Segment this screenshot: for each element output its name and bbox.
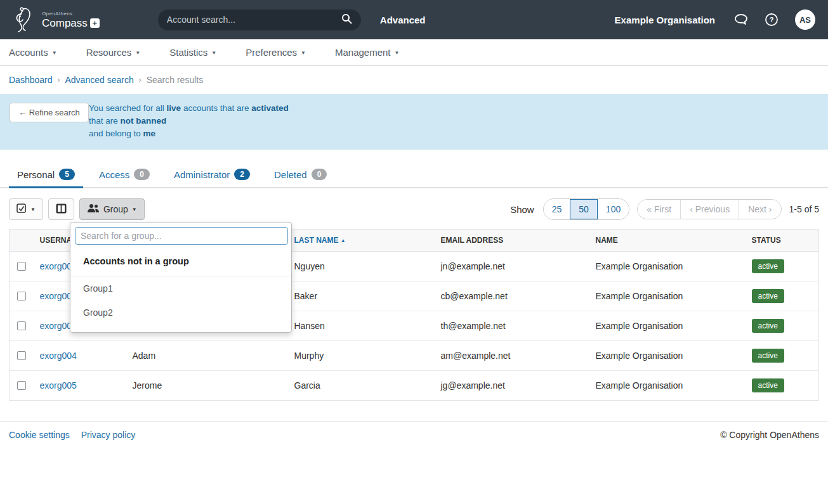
next-page-button[interactable]: Next › [739, 200, 780, 219]
page-size-100[interactable]: 100 [598, 199, 629, 219]
results-toolbar: ▼ Group ▼ Show 25 50 100 [9, 198, 819, 220]
owl-logo-icon [13, 6, 37, 34]
last-name-cell: Hansen [289, 311, 436, 341]
count-badge: 0 [134, 169, 150, 180]
back-arrow-icon: ← [18, 108, 27, 117]
organisation-name: Example Organisation [615, 15, 715, 25]
brand-compass: Compass [42, 18, 88, 29]
header-checkbox-col [10, 229, 35, 252]
col-name[interactable]: NAME [591, 229, 747, 252]
openathens-logo[interactable]: OpenAthens Compass + [13, 6, 100, 34]
user-avatar[interactable]: AS [795, 10, 815, 30]
sort-asc-icon: ▲ [341, 238, 346, 243]
breadcrumb: Dashboard › Advanced search › Search res… [0, 66, 828, 94]
privacy-policy-link[interactable]: Privacy policy [81, 430, 136, 440]
next-page-icon: › [769, 204, 772, 214]
count-badge: 2 [234, 169, 250, 180]
username-link[interactable]: exorg004 [40, 351, 77, 361]
search-icon[interactable] [341, 13, 352, 27]
email-cell: th@example.net [436, 311, 591, 341]
chevron-down-icon: ▼ [132, 207, 137, 212]
nav-preferences[interactable]: Preferences ▼ [246, 47, 306, 58]
status-badge: active [752, 259, 784, 273]
status-badge: active [752, 289, 784, 303]
nav-accounts[interactable]: Accounts ▼ [9, 47, 57, 58]
nav-resources[interactable]: Resources ▼ [86, 47, 141, 58]
show-label: Show [510, 204, 534, 215]
col-email[interactable]: EMAIL ADDRESS [436, 229, 591, 252]
checkbox-check-icon [16, 204, 27, 216]
count-badge: 5 [59, 169, 75, 180]
last-name-cell: Nguyen [289, 252, 436, 281]
tab-administrator[interactable]: Administrator 2 [166, 164, 258, 187]
tab-access[interactable]: Access 0 [91, 164, 158, 187]
last-name-cell: Baker [289, 281, 436, 311]
chevron-down-icon: ▼ [395, 51, 400, 56]
nav-management[interactable]: Management ▼ [335, 47, 399, 58]
group-item[interactable]: Group1 [70, 276, 291, 300]
result-tabs: Personal 5 Access 0 Administrator 2 Dele… [0, 164, 828, 188]
status-badge: active [752, 319, 784, 333]
group-filter-button[interactable]: Group ▼ [79, 198, 145, 220]
first-page-icon: « [647, 204, 652, 214]
account-search-bar [158, 10, 361, 30]
copyright-text: © Copyright OpenAthens [720, 430, 819, 440]
svg-text:?: ? [770, 16, 774, 23]
row-checkbox[interactable] [17, 262, 26, 271]
group-item[interactable]: Group2 [70, 300, 291, 325]
chevron-down-icon: ▼ [52, 51, 57, 56]
email-cell: am@example.net [436, 341, 591, 371]
chat-icon[interactable] [734, 13, 748, 26]
breadcrumb-current: Search results [147, 75, 203, 85]
result-range: 1-5 of 5 [789, 204, 819, 214]
breadcrumb-dashboard[interactable]: Dashboard [9, 75, 53, 85]
email-cell: jg@example.net [436, 371, 591, 401]
row-checkbox[interactable] [17, 351, 26, 360]
status-badge: active [752, 349, 784, 363]
org-cell: Example Organisation [591, 281, 747, 311]
org-cell: Example Organisation [591, 341, 747, 371]
row-checkbox[interactable] [17, 292, 26, 300]
chevron-down-icon: ▼ [30, 207, 36, 212]
group-people-icon [87, 204, 100, 215]
breadcrumb-advanced-search[interactable]: Advanced search [65, 75, 134, 85]
select-all-dropdown-button[interactable]: ▼ [9, 198, 43, 220]
compass-plus-icon: + [90, 18, 100, 28]
columns-icon [56, 204, 67, 216]
app-header: OpenAthens Compass + Advanced Example Or… [0, 0, 828, 39]
last-name-cell: Murphy [289, 341, 436, 371]
pager-group: « First ‹ Previous Next › [637, 199, 781, 219]
row-checkbox[interactable] [17, 321, 26, 330]
account-search-input[interactable] [167, 15, 341, 25]
tab-personal[interactable]: Personal 5 [9, 164, 83, 188]
page-size-25[interactable]: 25 [544, 199, 570, 219]
main-nav: Accounts ▼ Resources ▼ Statistics ▼ Pref… [0, 39, 828, 66]
page-size-50[interactable]: 50 [570, 199, 598, 219]
chevron-down-icon: ▼ [211, 51, 216, 56]
col-status[interactable]: STATUS [747, 229, 819, 252]
org-cell: Example Organisation [591, 311, 747, 341]
help-icon[interactable]: ? [765, 13, 779, 27]
group-dropdown-panel: Accounts not in a group Group1 Group2 [70, 222, 292, 333]
columns-button[interactable] [48, 198, 74, 220]
nav-statistics[interactable]: Statistics ▼ [169, 47, 216, 58]
tab-deleted[interactable]: Deleted 0 [266, 164, 335, 187]
col-last-name[interactable]: LAST NAME ▲ [289, 229, 436, 252]
chevron-down-icon: ▼ [135, 51, 140, 56]
breadcrumb-separator: › [139, 75, 141, 84]
cookie-settings-link[interactable]: Cookie settings [9, 430, 70, 440]
refine-search-button[interactable]: ← Refine search [10, 103, 89, 122]
first-name-cell: Jerome [128, 371, 289, 401]
first-name-cell: Adam [128, 341, 289, 371]
group-search-input[interactable] [75, 227, 288, 245]
first-page-button[interactable]: « First [638, 200, 680, 219]
advanced-search-link[interactable]: Advanced [380, 15, 426, 25]
previous-page-button[interactable]: ‹ Previous [680, 200, 739, 219]
group-item-no-group[interactable]: Accounts not in a group [70, 249, 291, 276]
chevron-down-icon: ▼ [301, 51, 306, 56]
brand-openathens: OpenAthens [42, 11, 100, 16]
search-summary-text: You searched for all live accounts that … [89, 102, 289, 140]
row-checkbox[interactable] [17, 381, 26, 390]
username-link[interactable]: exorg005 [40, 380, 77, 391]
org-cell: Example Organisation [591, 252, 747, 281]
